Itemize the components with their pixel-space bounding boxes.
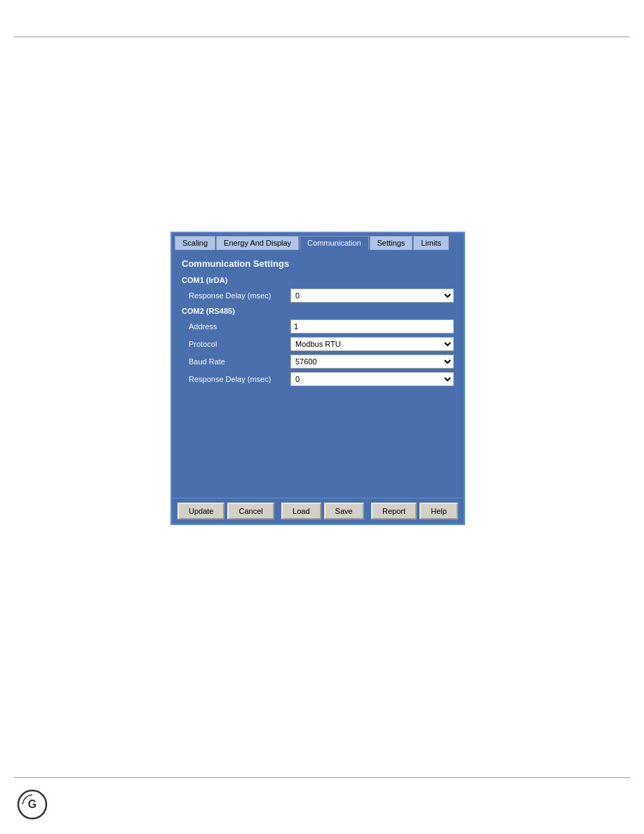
tab-limits[interactable]: Limits <box>413 236 449 250</box>
com2-address-label: Address <box>182 322 290 331</box>
com2-protocol-row: Protocol Modbus RTU Modbus ASCII <box>182 337 454 351</box>
com2-response-delay-select[interactable]: 0 1 2 5 10 <box>290 372 454 386</box>
com2-baud-rate-row: Baud Rate 9600 19200 38400 57600 115200 <box>182 355 454 369</box>
com1-response-delay-select[interactable]: 0 1 2 5 10 <box>290 289 454 303</box>
com2-response-delay-label: Response Delay (msec) <box>182 375 290 383</box>
load-button[interactable]: Load <box>281 503 321 519</box>
bottom-border <box>14 777 630 778</box>
top-border <box>14 37 630 37</box>
section-title: Communication Settings <box>182 258 454 269</box>
tab-energy-display[interactable]: Energy And Display <box>216 236 299 250</box>
tabs-row: Scaling Energy And Display Communication… <box>172 233 464 250</box>
tab-scaling[interactable]: Scaling <box>175 236 215 250</box>
com2-baud-rate-label: Baud Rate <box>182 357 290 366</box>
com2-address-row: Address <box>182 319 454 333</box>
update-button[interactable]: Update <box>177 503 224 519</box>
button-spacer <box>277 503 279 519</box>
buttons-row: Update Cancel Load Save Report Help <box>172 498 464 524</box>
save-button[interactable]: Save <box>324 503 364 519</box>
content-area: Communication Settings COM1 (IrDA) Respo… <box>172 250 464 498</box>
com1-response-delay-row: Response Delay (msec) 0 1 2 5 10 <box>182 289 454 303</box>
com2-protocol-select[interactable]: Modbus RTU Modbus ASCII <box>290 337 454 351</box>
com2-title: COM2 (RS485) <box>182 307 454 315</box>
company-logo: G <box>17 789 48 820</box>
com2-address-input[interactable] <box>290 319 454 333</box>
com1-response-delay-label: Response Delay (msec) <box>182 291 290 300</box>
cancel-button[interactable]: Cancel <box>227 503 274 519</box>
report-button[interactable]: Report <box>371 503 417 519</box>
button-spacer2 <box>367 503 368 519</box>
logo-container: G <box>17 789 48 821</box>
svg-text:G: G <box>28 798 36 810</box>
com2-protocol-label: Protocol <box>182 340 290 348</box>
help-button[interactable]: Help <box>420 503 458 519</box>
tab-communication[interactable]: Communication <box>300 236 368 250</box>
empty-space <box>182 390 454 488</box>
com2-response-delay-row: Response Delay (msec) 0 1 2 5 10 <box>182 372 454 386</box>
dialog-container: Scaling Energy And Display Communication… <box>170 232 465 525</box>
com1-title: COM1 (IrDA) <box>182 276 454 284</box>
tab-settings[interactable]: Settings <box>370 236 413 250</box>
com2-baud-rate-select[interactable]: 9600 19200 38400 57600 115200 <box>290 355 454 369</box>
